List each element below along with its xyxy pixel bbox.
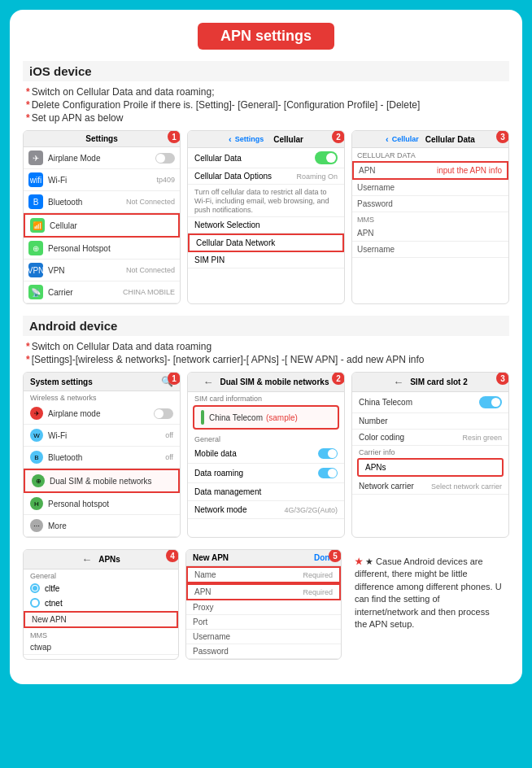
android-screen-1: 1 System settings 🔍 Wireless & networks … <box>23 372 181 538</box>
android-screen-5: 5 New APN Done Name Required APN Require… <box>185 549 342 660</box>
ios3-mms-apn-row[interactable]: APN <box>352 225 508 242</box>
ios-row-airplane: ✈ Airplane Mode <box>24 147 180 169</box>
ios-screens-row: 1 Settings ✈ Airplane Mode wifi Wi-Fi tp… <box>23 130 509 304</box>
ios-row-bluetooth: B Bluetooth Not Connected <box>24 191 180 213</box>
and3-carrier-row[interactable]: China Telecom <box>352 392 508 413</box>
and1-wireless-label: Wireless & networks <box>24 391 180 403</box>
android-bottom-screens-row: 4 ← APNs General cltfe ctnet New APN MMS… <box>23 549 509 660</box>
ios-screen-2: 2 ‹ Settings Cellular Cellular Data Cell… <box>187 130 345 304</box>
ios-row-carrier: 📡 Carrier CHINA MOBILE <box>24 281 180 303</box>
ios-screen2-header: ‹ Settings Cellular <box>188 131 344 148</box>
and5-username-row[interactable]: Username <box>186 630 341 644</box>
and-screen1-header: System settings 🔍 <box>24 373 180 391</box>
android-bullet-1: Switch on Cellular Data and data roaming <box>26 341 509 352</box>
carrier-toggle[interactable] <box>479 396 502 408</box>
and-screen1-badge: 1 <box>168 372 181 385</box>
ios-screen-3: 3 ‹ Cellular Cellular Data CELLULAR DATA… <box>351 130 509 304</box>
and2-mobile-data-row[interactable]: Mobile data <box>188 444 344 464</box>
and1-more-row[interactable]: ⋯ More <box>24 515 180 537</box>
airplane-toggle[interactable] <box>155 153 175 164</box>
ios-row-wifi: wifi Wi-Fi tp409 <box>24 169 180 191</box>
and2-data-roaming-row[interactable]: Data roaming <box>188 464 344 483</box>
ios-bullet-1: Switch on Cellular Data and data roaming… <box>26 86 509 98</box>
and3-apns-row[interactable]: APNs <box>357 458 504 477</box>
and4-mms-label: MMS <box>24 629 178 640</box>
ios2-row-cdn[interactable]: Cellular Data Network <box>188 233 344 252</box>
ios-screen-1: 1 Settings ✈ Airplane Mode wifi Wi-Fi tp… <box>23 130 181 304</box>
and1-wifi-row[interactable]: W Wi-Fi off <box>24 425 180 447</box>
and5-name-row[interactable]: Name Required <box>186 566 341 583</box>
and2-sim-item[interactable]: China Telecom (sample) <box>193 405 339 430</box>
ios3-password-row[interactable]: Password <box>352 196 508 212</box>
ios-bullets: Switch on Cellular Data and data roaming… <box>23 86 509 124</box>
ios3-mms-username-row[interactable]: Username <box>352 242 508 258</box>
main-card: APN settings iOS device Switch on Cellul… <box>10 10 522 684</box>
ios3-apn-row[interactable]: APN input the APN info <box>352 161 508 180</box>
hotspot-icon: ⊕ <box>28 241 43 255</box>
and-screen3-header: ← SIM card slot 2 <box>352 373 508 392</box>
and2-network-mode-row[interactable]: Network mode 4G/3G/2G(Auto) <box>188 501 344 519</box>
and4-new-apn-row[interactable]: New APN <box>24 611 178 628</box>
ios-bullet-3: Set up APN as below <box>26 112 509 124</box>
and-airplane-toggle[interactable] <box>154 408 173 419</box>
and1-hotspot-row[interactable]: H Personal hotspot <box>24 493 180 515</box>
and1-dual-row[interactable]: ⊕ Dual SIM & mobile networks <box>24 469 180 493</box>
android-bullets: Switch on Cellular Data and data roaming… <box>23 341 509 365</box>
and4-ctwap-row[interactable]: ctwap <box>24 640 178 655</box>
data-roaming-toggle[interactable] <box>318 468 338 478</box>
and5-password-row[interactable]: Password <box>186 644 341 659</box>
ios2-row-options[interactable]: Cellular Data Options Roaming On <box>188 168 344 185</box>
and5-apn-row[interactable]: APN Required <box>186 583 341 600</box>
and-bt-icon: B <box>30 451 43 464</box>
cellular-icon: 📶 <box>30 218 45 233</box>
and-more-icon: ⋯ <box>30 519 43 532</box>
and4-ctlfe-row[interactable]: cltfe <box>24 581 178 596</box>
ios-bullet-2: Delete Configuration Proile if there is.… <box>26 99 509 111</box>
and4-general: General <box>24 569 178 581</box>
sim-color-bar <box>201 410 204 425</box>
and2-general-section: General <box>188 433 344 444</box>
ios2-back-label: Settings <box>235 135 264 143</box>
android-note-box: ★ ★ Casue Android devices are different,… <box>348 549 509 660</box>
android-bullet-2: [Settings]-[wireless & networks]- [netwo… <box>26 354 509 365</box>
ios2-back-arrow[interactable]: ‹ <box>229 134 232 144</box>
ios-screen3-header: ‹ Cellular Cellular Data <box>352 131 508 148</box>
ios-screen1-header: Settings <box>24 131 180 147</box>
and-screen3-badge: 3 <box>496 372 509 385</box>
and-screen4-header: ← APNs <box>24 550 178 569</box>
android-screen-4: 4 ← APNs General cltfe ctnet New APN MMS… <box>23 549 179 660</box>
and3-back[interactable]: ← <box>393 376 403 388</box>
and3-network-carrier-row[interactable]: Network carrier Select network carrier <box>352 478 508 495</box>
cellular-data-toggle[interactable] <box>315 151 338 164</box>
and5-port-row[interactable]: Port <box>186 615 341 630</box>
wifi-icon: wifi <box>28 172 43 187</box>
ios-screen3-badge: 3 <box>496 130 509 143</box>
and2-back[interactable]: ← <box>203 376 214 388</box>
and5-proxy-row[interactable]: Proxy <box>186 600 341 615</box>
ctlfe-radio[interactable] <box>30 583 40 593</box>
and-screen5-badge: 5 <box>329 549 342 562</box>
and1-bt-row[interactable]: B Bluetooth off <box>24 447 180 469</box>
and4-ctnet-row[interactable]: ctnet <box>24 596 178 610</box>
and2-sim-section: SIM card information <box>188 392 344 404</box>
ios-row-cellular[interactable]: 📶 Cellular <box>24 213 180 238</box>
ios-section-header: iOS device <box>23 61 509 81</box>
android-section-header: Android device <box>23 316 509 336</box>
and-hotspot-icon: H <box>30 497 43 510</box>
ios2-row-network[interactable]: Network Selection <box>188 217 344 233</box>
and3-color-row[interactable]: Color coding Resin green <box>352 430 508 446</box>
ios2-row-cellular-data: Cellular Data <box>188 148 344 168</box>
ios2-row-simpin[interactable]: SIM PIN <box>188 252 344 268</box>
ctnet-radio[interactable] <box>30 598 40 608</box>
ios3-back-arrow[interactable]: ‹ <box>386 134 389 144</box>
and-screen5-header: New APN Done <box>186 550 341 566</box>
ios3-username-row[interactable]: Username <box>352 180 508 196</box>
and4-back[interactable]: ← <box>81 553 92 565</box>
android-screen-2: 2 ← Dual SIM & mobile networks SIM card … <box>187 372 345 538</box>
ios3-section: CELLULAR DATA <box>352 148 508 161</box>
android-screen-3: 3 ← SIM card slot 2 China Telecom Number… <box>351 372 509 538</box>
mobile-data-toggle[interactable] <box>318 448 338 459</box>
and1-airplane-row[interactable]: ✈ Airplane mode <box>24 403 180 425</box>
and2-data-management-row[interactable]: Data management <box>188 483 344 501</box>
and3-number-row[interactable]: Number <box>352 413 508 430</box>
